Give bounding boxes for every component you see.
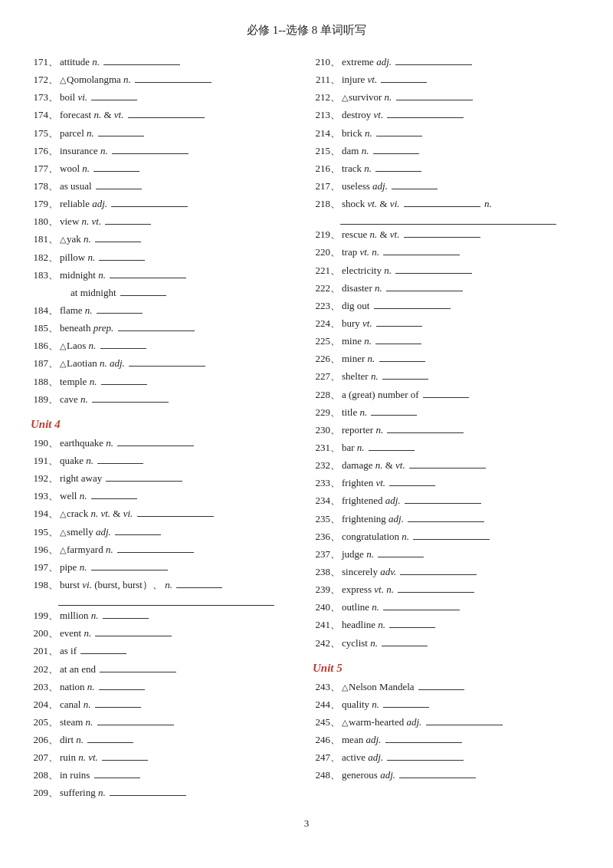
fill-blank[interactable] bbox=[382, 369, 428, 380]
fill-blank[interactable] bbox=[102, 750, 148, 761]
fill-blank[interactable] bbox=[135, 72, 211, 83]
fill-blank[interactable] bbox=[117, 542, 194, 553]
entry-227: 227、 shelter n. bbox=[313, 369, 582, 384]
entry-num: 185、 bbox=[31, 321, 58, 336]
fill-blank[interactable] bbox=[98, 126, 144, 136]
fill-blank[interactable] bbox=[100, 662, 176, 672]
fill-blank[interactable] bbox=[369, 440, 415, 451]
fill-blank[interactable] bbox=[95, 626, 172, 636]
entry-num: 191、 bbox=[31, 453, 58, 469]
fill-blank[interactable] bbox=[91, 90, 137, 100]
fill-blank[interactable] bbox=[93, 161, 139, 172]
fill-blank[interactable] bbox=[405, 493, 481, 504]
fill-blank[interactable] bbox=[137, 506, 214, 517]
fill-blank[interactable] bbox=[396, 90, 473, 100]
fill-blank[interactable] bbox=[376, 316, 422, 327]
fill-blank[interactable] bbox=[409, 458, 486, 469]
fill-blank[interactable] bbox=[80, 643, 126, 654]
fill-blank[interactable] bbox=[387, 422, 464, 433]
fill-blank[interactable] bbox=[399, 768, 476, 778]
fill-blank[interactable] bbox=[387, 107, 464, 118]
entry-text: burst vi. (burst, burst）、 n. bbox=[60, 577, 300, 593]
entry-234: 234、 frightened adj. bbox=[313, 493, 582, 508]
fill-blank[interactable] bbox=[385, 732, 462, 743]
fill-blank[interactable] bbox=[389, 617, 435, 628]
fill-blank[interactable] bbox=[423, 387, 469, 398]
fill-blank[interactable] bbox=[386, 281, 463, 291]
entry-text: mine n. bbox=[342, 334, 582, 349]
fill-blank[interactable] bbox=[97, 453, 143, 464]
fill-blank[interactable] bbox=[92, 392, 169, 403]
fill-blank[interactable] bbox=[95, 697, 141, 708]
fill-blank[interactable] bbox=[387, 750, 464, 761]
entry-210: 210、 extreme adj. bbox=[313, 54, 582, 70]
fill-blank[interactable] bbox=[91, 488, 137, 499]
fill-blank[interactable] bbox=[378, 547, 424, 557]
entry-num: 242、 bbox=[313, 636, 340, 651]
fill-blank[interactable] bbox=[382, 636, 428, 646]
fill-blank[interactable] bbox=[129, 356, 205, 367]
fill-blank[interactable] bbox=[398, 582, 474, 593]
fill-blank[interactable] bbox=[110, 268, 186, 278]
fill-blank[interactable] bbox=[413, 529, 490, 540]
entry-num: 225、 bbox=[313, 334, 340, 349]
fill-blank[interactable] bbox=[376, 126, 422, 136]
fill-blank[interactable] bbox=[408, 511, 484, 522]
entry-182: 182、 pillow n. bbox=[31, 250, 300, 265]
fill-blank[interactable] bbox=[110, 785, 186, 796]
fill-blank[interactable] bbox=[117, 436, 194, 446]
fill-blank[interactable] bbox=[96, 179, 142, 189]
fill-blank[interactable] bbox=[176, 577, 222, 588]
fill-blank[interactable] bbox=[383, 245, 460, 255]
fill-blank[interactable] bbox=[392, 179, 438, 189]
fill-blank[interactable] bbox=[111, 196, 188, 207]
entry-num: 177、 bbox=[31, 161, 58, 176]
fill-blank[interactable] bbox=[103, 54, 180, 65]
fill-blank[interactable] bbox=[100, 338, 146, 349]
fill-blank[interactable] bbox=[106, 471, 182, 482]
fill-blank[interactable] bbox=[383, 697, 429, 708]
fill-blank[interactable] bbox=[374, 298, 451, 309]
triangle-icon: △ bbox=[60, 359, 66, 368]
fill-blank[interactable] bbox=[371, 405, 417, 416]
entry-181: 181、 △yak n. bbox=[31, 232, 300, 247]
fill-blank[interactable] bbox=[87, 732, 133, 743]
fill-blank[interactable] bbox=[99, 679, 145, 690]
fill-blank[interactable] bbox=[128, 107, 205, 118]
fill-blank[interactable] bbox=[91, 560, 168, 570]
entry-text: at an end bbox=[60, 662, 300, 677]
fill-blank[interactable] bbox=[99, 250, 145, 261]
fill-blank[interactable] bbox=[94, 768, 140, 778]
fill-blank[interactable] bbox=[418, 679, 464, 690]
fill-blank[interactable] bbox=[404, 227, 480, 238]
fill-blank[interactable] bbox=[120, 285, 166, 296]
entry-num: 224、 bbox=[313, 316, 340, 331]
fill-blank[interactable] bbox=[426, 715, 503, 725]
fill-blank[interactable] bbox=[395, 54, 472, 65]
fill-blank[interactable] bbox=[97, 303, 143, 314]
fill-blank[interactable] bbox=[381, 72, 427, 83]
entry-246: 246、 mean adj. bbox=[313, 732, 582, 748]
entry-num: 205、 bbox=[31, 715, 58, 730]
fill-blank[interactable] bbox=[395, 263, 472, 274]
fill-blank[interactable] bbox=[389, 475, 435, 486]
fill-blank[interactable] bbox=[95, 232, 141, 242]
fill-blank[interactable] bbox=[404, 196, 480, 207]
entry-text: frightened adj. bbox=[342, 493, 582, 508]
fill-blank[interactable] bbox=[373, 143, 419, 154]
fill-blank[interactable] bbox=[400, 564, 477, 575]
entry-num: 174、 bbox=[31, 107, 58, 123]
fill-blank[interactable] bbox=[105, 214, 151, 225]
fill-blank[interactable] bbox=[112, 143, 188, 154]
entry-247: 247、 active adj. bbox=[313, 750, 582, 765]
fill-blank[interactable] bbox=[115, 524, 161, 535]
fill-blank[interactable] bbox=[103, 608, 149, 619]
fill-blank[interactable] bbox=[101, 374, 147, 385]
entry-213: 213、 destroy vt. bbox=[313, 107, 582, 123]
fill-blank[interactable] bbox=[97, 715, 174, 725]
fill-blank[interactable] bbox=[379, 351, 425, 362]
fill-blank[interactable] bbox=[118, 321, 195, 331]
fill-blank[interactable] bbox=[375, 161, 421, 172]
fill-blank[interactable] bbox=[375, 334, 421, 344]
fill-blank[interactable] bbox=[383, 600, 460, 610]
